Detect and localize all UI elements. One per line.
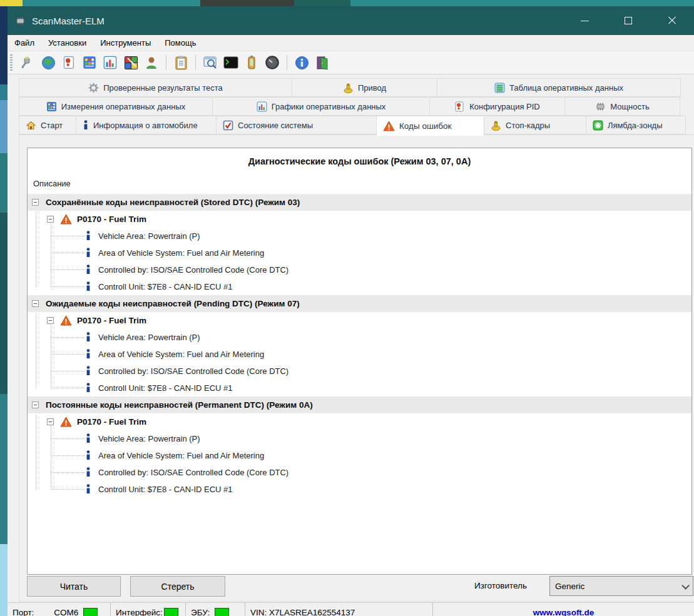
- tab-freeze-frames[interactable]: Стоп-кадры: [484, 116, 586, 134]
- detail-label: Area of Vehicle System: Fuel and Air Met…: [98, 248, 264, 258]
- dtc-code-label: P0170 - Fuel Trim: [77, 316, 146, 325]
- tab-live-data-table[interactable]: Таблица оперативных данных: [437, 78, 681, 97]
- collapse-toggle[interactable]: [47, 216, 54, 223]
- info-i-icon: [83, 120, 89, 131]
- tab-label: Стоп-кадры: [506, 121, 550, 130]
- dtc-section-permanent: Постоянные коды неисправностей (Permanen…: [28, 396, 691, 498]
- section-header-label: Сохранённые коды неисправностей (Stored …: [46, 198, 300, 207]
- table-icon: [494, 83, 505, 93]
- connect-plug-icon[interactable]: [19, 54, 36, 71]
- tab-lambda-sensors[interactable]: Лямбда-зонды: [586, 116, 686, 134]
- tab-vehicle-info[interactable]: Информация о автомобиле: [76, 116, 217, 134]
- tab-label: Мощность: [610, 102, 650, 111]
- measurements-grid-icon[interactable]: [81, 54, 98, 71]
- toolbar: [8, 51, 694, 74]
- panel-title: Диагностические коды ошибок (Режим 03, 0…: [28, 156, 691, 166]
- menu-tools[interactable]: Инструменты: [93, 36, 158, 50]
- terminal-icon[interactable]: [223, 54, 239, 71]
- chart-icon[interactable]: [102, 54, 118, 71]
- app-chip-icon: [15, 16, 26, 26]
- tab-start[interactable]: Старт: [19, 116, 76, 134]
- status-ecu: ЭБУ:: [186, 603, 245, 616]
- tab-live-data-measure[interactable]: Измерения оперативных данных: [19, 97, 213, 116]
- tree-section-header[interactable]: Постоянные коды неисправностей (Permanen…: [28, 396, 691, 413]
- ecu-label: ЭБУ:: [191, 608, 210, 616]
- menubar: Файл Установки Инструменты Помощь: [8, 35, 694, 51]
- screen: ScanMaster-ELM Файл Установки Инструмент…: [0, 0, 694, 616]
- user-icon[interactable]: [143, 54, 160, 71]
- tree-detail-row[interactable]: Vehicle Area: Powertrain (P): [28, 430, 691, 447]
- lambda-icon: [593, 120, 603, 131]
- collapse-toggle[interactable]: [47, 317, 54, 324]
- port-value: COM6: [54, 608, 78, 616]
- menu-settings[interactable]: Установки: [41, 36, 93, 50]
- tab-system-status[interactable]: Состояние системы: [216, 116, 377, 134]
- tree-section-header[interactable]: Сохранённые коды неисправностей (Stored …: [28, 194, 691, 211]
- tree-dtc-row[interactable]: P0170 - Fuel Trim: [28, 312, 691, 329]
- tree-detail-row[interactable]: Vehicle Area: Powertrain (P): [28, 228, 691, 245]
- tree-detail-row[interactable]: Controll Unit: $7E8 - CAN-ID ECU #1: [28, 380, 691, 396]
- collapse-toggle[interactable]: [32, 199, 39, 206]
- menu-help[interactable]: Помощь: [158, 36, 203, 50]
- menu-file[interactable]: Файл: [8, 36, 41, 50]
- search-icon[interactable]: [202, 54, 218, 71]
- tab-label: Лямбда-зонды: [608, 121, 663, 130]
- tab-live-data-graphs[interactable]: Графики оперативных данных: [212, 97, 430, 116]
- settings-file-icon[interactable]: [61, 54, 77, 71]
- status-vin: VIN: X7LASREA162554137: [245, 603, 433, 616]
- tab-label: Старт: [41, 121, 63, 130]
- tab-label: Конфигурация PID: [469, 102, 540, 111]
- info-icon[interactable]: [293, 54, 310, 71]
- close-button[interactable]: [650, 6, 694, 35]
- battery-icon[interactable]: [243, 54, 260, 71]
- info-i-icon: [85, 281, 91, 292]
- tab-label: Привод: [358, 83, 386, 93]
- checkbox-icon: [223, 120, 233, 131]
- minimize-button[interactable]: [563, 6, 606, 35]
- clipboard-icon[interactable]: [173, 54, 189, 71]
- globe-icon[interactable]: [40, 54, 56, 71]
- dtc-panel: Диагностические коды ошибок (Режим 03, 0…: [27, 148, 692, 575]
- exit-door-icon[interactable]: [314, 54, 330, 71]
- windows-icon[interactable]: [123, 54, 139, 71]
- tree-detail-row[interactable]: Vehicle Area: Powertrain (P): [28, 329, 691, 346]
- tree-dtc-row[interactable]: P0170 - Fuel Trim: [28, 413, 691, 430]
- tree-detail-row[interactable]: Area of Vehicle System: Fuel and Air Met…: [28, 447, 691, 464]
- pid-file-icon: [454, 101, 465, 112]
- tree-dtc-row[interactable]: P0170 - Fuel Trim: [28, 211, 691, 228]
- tree-detail-row[interactable]: Controlled by: ISO/SAE Controlled Code (…: [28, 464, 691, 481]
- vin-value: VIN: X7LASREA162554137: [250, 608, 355, 616]
- collapse-toggle[interactable]: [32, 300, 39, 307]
- collapse-toggle[interactable]: [32, 401, 39, 408]
- info-i-icon: [85, 450, 91, 461]
- info-i-icon: [85, 231, 91, 241]
- tab-drive[interactable]: Привод: [292, 78, 437, 97]
- detail-label: Controlled by: ISO/SAE Controlled Code (…: [98, 265, 288, 275]
- wgsoft-link[interactable]: www.wgsoft.de: [533, 608, 594, 616]
- warning-icon: [60, 315, 72, 326]
- collapse-toggle[interactable]: [47, 418, 54, 425]
- read-button[interactable]: Читать: [27, 576, 121, 597]
- gauge-icon[interactable]: [264, 54, 280, 71]
- tree-detail-row[interactable]: Controll Unit: $7E8 - CAN-ID ECU #1: [28, 481, 691, 498]
- info-i-icon: [85, 383, 91, 393]
- tree-detail-row[interactable]: Controlled by: ISO/SAE Controlled Code (…: [28, 261, 691, 278]
- tree-section-header[interactable]: Ожидаемые коды неисправностей (Pending D…: [28, 295, 691, 312]
- tab-test-results[interactable]: Проверенные результаты теста: [19, 78, 292, 97]
- tree-detail-row[interactable]: Controll Unit: $7E8 - CAN-ID ECU #1: [28, 278, 691, 295]
- warning-icon: [60, 417, 72, 427]
- tree-detail-row[interactable]: Area of Vehicle System: Fuel and Air Met…: [28, 346, 691, 363]
- toolbar-separator: [195, 55, 196, 70]
- detail-label: Controlled by: ISO/SAE Controlled Code (…: [98, 366, 288, 376]
- tree-detail-row[interactable]: Controlled by: ISO/SAE Controlled Code (…: [28, 363, 691, 380]
- maximize-button[interactable]: [606, 6, 650, 35]
- detail-label: Controll Unit: $7E8 - CAN-ID ECU #1: [98, 485, 233, 494]
- tab-error-codes[interactable]: Коды ошибок: [376, 116, 484, 136]
- tab-pid-config[interactable]: Конфигурация PID: [429, 97, 565, 116]
- toolbar-grip: [10, 54, 13, 71]
- erase-button[interactable]: Стереть: [130, 576, 225, 597]
- info-i-icon: [85, 332, 91, 343]
- tree-detail-row[interactable]: Area of Vehicle System: Fuel and Air Met…: [28, 245, 691, 261]
- tab-power[interactable]: Мощность: [564, 97, 680, 116]
- manufacturer-dropdown[interactable]: Generic: [549, 576, 693, 596]
